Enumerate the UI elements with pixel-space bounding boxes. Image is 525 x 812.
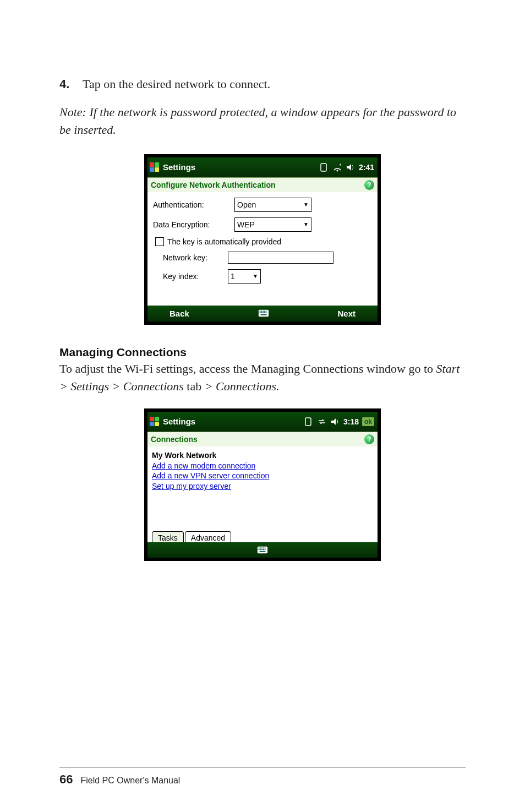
- next-button[interactable]: Next: [337, 309, 356, 318]
- svg-rect-9: [262, 311, 264, 312]
- keyidx-value: 1: [231, 272, 235, 281]
- svg-rect-14: [262, 312, 264, 313]
- keyidx-label: Key index:: [153, 272, 223, 281]
- ok-button[interactable]: ok: [362, 417, 374, 426]
- group-title: My Work Network: [152, 451, 373, 460]
- svg-rect-12: [259, 312, 260, 313]
- keyboard-icon[interactable]: [257, 546, 268, 554]
- svg-rect-10: [264, 311, 265, 312]
- panel-body: Authentication: Open ▼ Data Encryption: …: [147, 192, 378, 306]
- auto-key-label: The key is automatically provided: [167, 237, 281, 246]
- section-heading: Managing Connections: [59, 346, 466, 359]
- svg-rect-17: [260, 314, 266, 315]
- bottom-bar: [147, 542, 378, 558]
- svg-rect-7: [259, 311, 260, 312]
- step-row: 4. Tap on the desired network to connect…: [59, 77, 466, 91]
- link-add-vpn[interactable]: Add a new VPN server connection: [152, 471, 373, 481]
- windows-flag-icon[interactable]: [150, 417, 160, 427]
- svg-rect-1: [155, 162, 159, 167]
- svg-rect-20: [150, 422, 154, 426]
- svg-rect-3: [155, 167, 159, 172]
- svg-rect-16: [265, 312, 266, 313]
- section-body-mid: tab: [184, 379, 205, 393]
- network-arrows-icon[interactable]: [317, 417, 327, 427]
- svg-rect-31: [261, 549, 262, 550]
- titlebar: Settings 3:18 ok: [147, 412, 378, 432]
- panel-title: Connections: [151, 435, 198, 444]
- panel-header: Connections ?: [147, 432, 378, 446]
- svg-rect-8: [261, 311, 262, 312]
- enc-select[interactable]: WEP ▼: [234, 217, 311, 232]
- section-body: To adjust the Wi-Fi settings, access the…: [59, 360, 466, 395]
- note-text: Note: If the network is password protect…: [59, 103, 466, 139]
- chevron-down-icon: ▼: [303, 221, 309, 227]
- bottom-bar: Back Next: [147, 306, 378, 321]
- page-number: 66: [59, 772, 73, 787]
- sim-icon[interactable]: [304, 417, 314, 427]
- footer-rule: [59, 767, 466, 768]
- chevron-down-icon: ▼: [303, 201, 309, 208]
- svg-rect-26: [261, 548, 262, 549]
- svg-rect-13: [261, 312, 262, 313]
- clock: 2:41: [359, 163, 374, 172]
- sim-icon[interactable]: [319, 162, 329, 172]
- svg-rect-24: [259, 548, 260, 549]
- svg-rect-30: [260, 549, 261, 550]
- tab-tasks[interactable]: Tasks: [152, 531, 184, 542]
- svg-rect-21: [155, 422, 159, 426]
- clock: 3:18: [343, 417, 359, 426]
- chevron-down-icon: ▼: [253, 273, 258, 279]
- netkey-input[interactable]: [228, 252, 333, 264]
- volume-icon[interactable]: [330, 417, 340, 427]
- footer: 66 Field PC Owner's Manual: [59, 772, 180, 787]
- svg-rect-19: [155, 417, 159, 421]
- manual-title: Field PC Owner's Manual: [80, 776, 180, 786]
- titlebar: Settings 2:41: [147, 157, 378, 177]
- panel-header: Configure Network Authentication ?: [147, 177, 378, 192]
- help-icon[interactable]: ?: [364, 180, 374, 190]
- section-body-path2: > Connections.: [205, 379, 280, 393]
- svg-rect-33: [265, 549, 266, 550]
- svg-rect-15: [264, 312, 265, 313]
- auth-label: Authentication:: [153, 200, 230, 209]
- svg-rect-25: [260, 548, 261, 549]
- screenshot-1-wrap: Settings 2:41 Configure Network Authenti…: [59, 154, 466, 325]
- help-icon[interactable]: ?: [364, 434, 374, 444]
- device-frame: Settings 3:18 ok Connections ? My Work: [144, 408, 381, 562]
- auto-key-row[interactable]: The key is automatically provided: [153, 237, 372, 246]
- svg-rect-0: [150, 162, 154, 167]
- volume-icon[interactable]: [346, 162, 356, 172]
- back-button[interactable]: Back: [169, 309, 189, 318]
- wifi-connect-icon[interactable]: [332, 162, 342, 172]
- keyboard-icon[interactable]: [258, 309, 269, 318]
- keyidx-select[interactable]: 1 ▼: [228, 269, 261, 284]
- svg-rect-4: [321, 164, 326, 171]
- enc-label: Data Encryption:: [153, 220, 230, 229]
- device-frame: Settings 2:41 Configure Network Authenti…: [144, 154, 381, 325]
- svg-rect-27: [263, 548, 264, 549]
- svg-rect-34: [260, 551, 266, 552]
- screenshot-2-wrap: Settings 3:18 ok Connections ? My Work: [59, 408, 466, 562]
- title: Settings: [163, 417, 195, 426]
- step-number: 4.: [59, 77, 73, 91]
- svg-rect-18: [150, 417, 154, 421]
- title: Settings: [163, 162, 195, 172]
- svg-rect-2: [150, 167, 154, 172]
- auth-select[interactable]: Open ▼: [234, 198, 311, 212]
- windows-flag-icon[interactable]: [150, 162, 160, 172]
- tab-advanced[interactable]: Advanced: [185, 531, 231, 542]
- svg-rect-29: [259, 549, 260, 550]
- checkbox-icon[interactable]: [155, 237, 164, 246]
- tab-row: Tasks Advanced: [152, 531, 373, 542]
- section-body-pre: To adjust the Wi-Fi settings, access the…: [59, 362, 436, 375]
- svg-rect-11: [265, 311, 266, 312]
- panel-title: Configure Network Authentication: [151, 181, 276, 189]
- svg-rect-32: [263, 549, 264, 550]
- step-text: Tap on the desired network to connect.: [83, 77, 270, 91]
- enc-value: WEP: [237, 220, 255, 229]
- link-proxy[interactable]: Set up my proxy server: [152, 481, 373, 492]
- svg-rect-28: [265, 548, 266, 549]
- link-add-modem[interactable]: Add a new modem connection: [152, 461, 373, 471]
- connections-body: My Work Network Add a new modem connecti…: [147, 446, 378, 543]
- svg-rect-22: [305, 418, 311, 426]
